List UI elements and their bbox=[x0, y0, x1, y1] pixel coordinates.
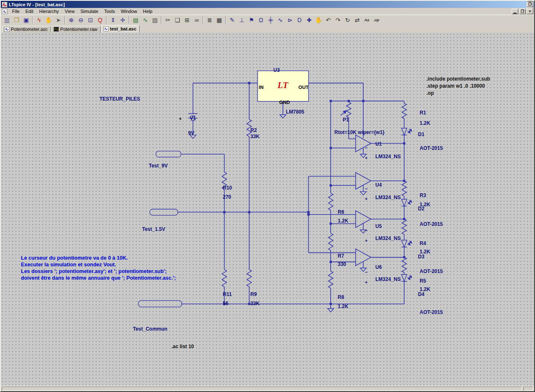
resistor-R11[interactable] bbox=[222, 270, 227, 287]
ground-symbol[interactable] bbox=[360, 268, 367, 271]
pointer-button[interactable]: ➤ bbox=[54, 16, 63, 25]
halt-button[interactable]: ✋ bbox=[44, 16, 54, 25]
drag-button[interactable]: ✋ bbox=[314, 16, 324, 25]
window-restore-button[interactable]: ❐ bbox=[527, 2, 533, 7]
window-title: LTspice IV - [test_bat.asc] bbox=[9, 2, 526, 7]
menu-window[interactable]: Window bbox=[118, 8, 140, 14]
text-icon: Aa bbox=[364, 18, 369, 22]
menu-edit[interactable]: Edit bbox=[23, 8, 36, 14]
menu-hierarchy[interactable]: Hierarchy bbox=[36, 8, 62, 14]
add-trace-icon: ∿ bbox=[143, 17, 148, 23]
open-button[interactable]: ❒ bbox=[12, 16, 21, 25]
undo-button[interactable]: ↶ bbox=[324, 16, 333, 25]
print-preview-button[interactable]: ≣ bbox=[205, 16, 214, 25]
schematic-canvas[interactable]: TESTEUR_PILESU3INOUTGNDLTLM7805V19V+R233… bbox=[1, 33, 534, 386]
zoom-in-button[interactable]: ⊕ bbox=[66, 16, 76, 25]
capacitor-button[interactable]: ╪ bbox=[266, 16, 275, 25]
resistor-R5[interactable] bbox=[402, 257, 407, 273]
junction bbox=[248, 82, 250, 84]
redo-button[interactable]: ↷ bbox=[333, 16, 343, 25]
text-button[interactable]: Aa bbox=[362, 16, 372, 25]
title-bar[interactable]: LTspice IV - [test_bat.asc] ▁❐× bbox=[1, 1, 534, 8]
new-schematic-button[interactable]: ▥ bbox=[2, 16, 12, 25]
schematic-file-icon bbox=[103, 26, 109, 31]
resistor-R4[interactable] bbox=[402, 219, 407, 235]
mirror-button[interactable]: ⇄ bbox=[352, 16, 362, 25]
mdi-minimize-button[interactable]: ▁ bbox=[512, 9, 518, 14]
zoom-out-button[interactable]: ⊖ bbox=[76, 16, 86, 25]
spice-directive-button[interactable]: .op bbox=[372, 16, 381, 25]
battery-V1[interactable] bbox=[189, 110, 198, 124]
spice-directive-icon: .op bbox=[374, 18, 380, 22]
resistor-P1[interactable] bbox=[346, 102, 351, 118]
zoom-area-icon: ⊡ bbox=[88, 17, 93, 23]
ground-symbol[interactable] bbox=[328, 309, 334, 312]
ground-symbol[interactable] bbox=[360, 192, 367, 195]
ground-button[interactable]: ⊥ bbox=[237, 16, 247, 25]
resize-grip[interactable] bbox=[523, 387, 533, 391]
cascade-button[interactable]: ▧ bbox=[150, 16, 160, 25]
net-flag-test-9v[interactable] bbox=[156, 151, 181, 157]
schematic-drawing[interactable] bbox=[1, 33, 534, 386]
wire[interactable] bbox=[349, 117, 355, 139]
component-icon: D bbox=[297, 17, 301, 23]
mdi-restore-button[interactable]: ❐ bbox=[519, 9, 526, 14]
tab-test-bat-asc[interactable]: test_bat.asc bbox=[101, 25, 140, 33]
led-D1[interactable] bbox=[402, 127, 412, 137]
cut-button[interactable]: ✂ bbox=[163, 16, 173, 25]
save-button[interactable]: ▣ bbox=[21, 16, 31, 25]
zoom-area-button[interactable]: ⊡ bbox=[86, 16, 95, 25]
toolbar-separator bbox=[129, 16, 130, 24]
menu-help[interactable]: Help bbox=[140, 8, 155, 14]
wire-button[interactable]: ✎ bbox=[227, 16, 237, 25]
add-trace-button[interactable]: ∿ bbox=[140, 16, 150, 25]
resistor-R10[interactable] bbox=[222, 172, 227, 189]
ground-symbol[interactable] bbox=[360, 230, 367, 233]
regulator-U3[interactable] bbox=[257, 71, 308, 101]
net-label-button[interactable]: ⚑ bbox=[247, 16, 256, 25]
inductor-button[interactable]: ∿ bbox=[275, 16, 285, 25]
ground-symbol[interactable] bbox=[280, 115, 286, 118]
resistor-R6[interactable] bbox=[329, 193, 333, 210]
led-D3[interactable] bbox=[402, 239, 412, 248]
tab-potentiometer-raw[interactable]: Potentiometer.raw bbox=[51, 26, 101, 33]
copy-button[interactable]: ❏ bbox=[173, 16, 182, 25]
rotate-button[interactable]: ↻ bbox=[343, 16, 352, 25]
resistor-button[interactable]: Ω bbox=[256, 16, 266, 25]
resistor-R2[interactable] bbox=[247, 119, 252, 137]
move-button[interactable]: ✚ bbox=[304, 16, 314, 25]
resistor-R7[interactable] bbox=[329, 233, 333, 250]
print-button[interactable]: ▦ bbox=[214, 16, 224, 25]
plot-pane-button[interactable]: ▤ bbox=[131, 16, 140, 25]
led-D2[interactable] bbox=[402, 198, 412, 207]
cut-icon: ✂ bbox=[166, 17, 171, 23]
component-button[interactable]: D bbox=[295, 16, 304, 25]
zoom-full-button[interactable]: Q bbox=[95, 16, 105, 25]
net-flag-test-1v5[interactable] bbox=[150, 209, 178, 215]
resistor-R8[interactable] bbox=[329, 271, 333, 288]
menu-file[interactable]: File bbox=[9, 8, 23, 14]
diode-button[interactable]: ⊳ bbox=[285, 16, 295, 25]
resistor-R9[interactable] bbox=[247, 270, 252, 287]
run-button[interactable]: ϟ bbox=[34, 16, 44, 25]
find-button[interactable]: ∞ bbox=[192, 16, 201, 25]
menu-tools[interactable]: Tools bbox=[101, 8, 118, 14]
led-D4[interactable] bbox=[402, 273, 412, 283]
mdi-close-button[interactable]: × bbox=[527, 9, 533, 14]
junction bbox=[329, 223, 331, 225]
net-flag-test-commun[interactable] bbox=[138, 301, 182, 307]
paste-button[interactable]: ⊞ bbox=[182, 16, 192, 25]
cascade-icon: ▧ bbox=[152, 17, 158, 23]
resistor-R1[interactable] bbox=[402, 103, 407, 119]
tab-potentiometer-asc[interactable]: Potentiometer.asc bbox=[2, 26, 51, 33]
pan-button[interactable]: ✛ bbox=[118, 16, 127, 25]
toolbar-separator bbox=[32, 16, 33, 24]
wire[interactable] bbox=[308, 83, 363, 101]
ground-symbol[interactable] bbox=[190, 135, 196, 138]
ground-symbol[interactable] bbox=[360, 154, 367, 157]
menu-view[interactable]: View bbox=[62, 8, 78, 14]
toolbar: ▥❒▣ϟ✋➤⊕⊖⊡Q⇕✛▤∿▧✂❏⊞∞≣▦✎⊥⚑Ω╪∿⊳D✚✋↶↷↻⇄Aa.op bbox=[1, 15, 534, 25]
autorange-button[interactable]: ⇕ bbox=[108, 16, 118, 25]
resistor-R3[interactable] bbox=[402, 181, 407, 196]
menu-simulate[interactable]: Simulate bbox=[77, 8, 101, 14]
